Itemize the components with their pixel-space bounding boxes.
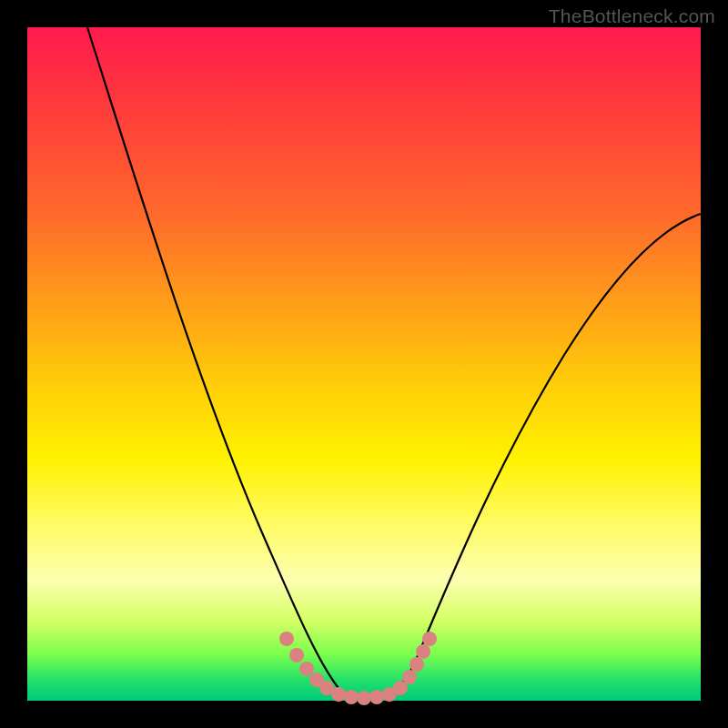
right-curve [364,214,701,700]
marker-dot [289,648,304,662]
marker-group [279,632,437,705]
marker-dot [279,632,294,646]
marker-dot [369,690,384,704]
marker-dot [410,657,424,672]
gradient-plot-area [27,27,701,701]
marker-dot [344,690,359,704]
marker-dot [416,644,430,659]
marker-dot [402,670,417,684]
marker-dot [357,691,371,705]
watermark-text: TheBottleneck.com [549,5,715,27]
marker-dot [422,632,437,646]
chart-svg [27,27,701,701]
marker-dot [331,687,346,702]
marker-dot [299,662,314,676]
left-curve [87,27,364,700]
